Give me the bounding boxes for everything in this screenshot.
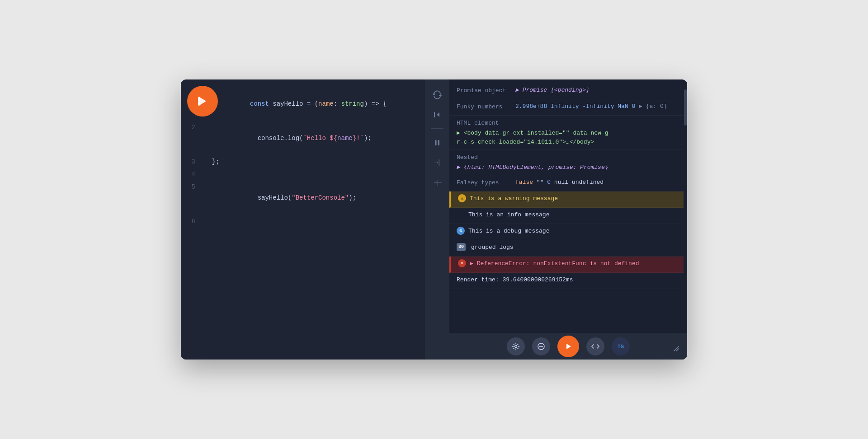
console-scrollbar-thumb [684, 89, 687, 126]
run-button[interactable] [557, 336, 579, 357]
console-label-funky: Funky numbers [457, 102, 515, 112]
console-label-nested: Nested [457, 153, 515, 162]
line-number-3: 3 [181, 156, 204, 167]
svg-marker-0 [199, 97, 206, 106]
collapse-left-icon[interactable] [429, 107, 445, 123]
console-row-html: HTML element ▶ <body data-gr-ext-install… [449, 116, 684, 150]
console-row-funky: Funky numbers 2.998e+88 Infinity -Infini… [449, 99, 684, 116]
code-text-3: }; [204, 156, 220, 167]
console-value-error: ▶ ReferenceError: nonExistentFunc is not… [470, 259, 676, 268]
cancel-button[interactable] [532, 337, 550, 355]
console-scrollbar[interactable] [684, 79, 687, 332]
console-value-warning: This is a warning message [470, 194, 676, 203]
console-row-render-time: Render time: 39.640000000269152ms [449, 273, 684, 289]
code-text-2: console.log(`Hello ${name}!`); [204, 122, 372, 154]
code-line-4: 4 [181, 168, 425, 181]
console-value-render-time: Render time: 39.640000000269152ms [457, 276, 676, 285]
main-layout: 1 const sayHello = (name: string) => { 2… [181, 79, 687, 360]
group-badge: 30 [457, 243, 466, 251]
pause-icon[interactable] [429, 135, 445, 151]
code-editor-panel: 1 const sayHello = (name: string) => { 2… [181, 79, 425, 360]
app-logo [187, 86, 218, 117]
console-label-falsey: Falsey types [457, 178, 515, 187]
bottom-toolbar: TS [449, 332, 687, 360]
logo-icon [194, 93, 211, 109]
toolbar-column: →| →|← [425, 79, 449, 360]
debug-icon: ⚙ [457, 227, 465, 235]
typescript-button[interactable]: TS [612, 337, 630, 355]
code-line-6: 6 [181, 215, 425, 228]
svg-marker-8 [566, 344, 571, 349]
console-label-promise: Promise object [457, 86, 515, 95]
app-container: 1 const sayHello = (name: string) => { 2… [181, 79, 687, 360]
svg-point-5 [515, 345, 517, 347]
console-content[interactable]: Promise object ▶ Promise {<pending>} Fun… [449, 79, 684, 332]
console-row-info: This is an info message [449, 208, 684, 224]
console-row-promise: Promise object ▶ Promise {<pending>} [449, 83, 684, 99]
step-over-icon[interactable]: →| [429, 154, 445, 171]
console-row-group: 30 grouped logs [449, 240, 684, 257]
line-number-6: 6 [181, 216, 204, 227]
code-line-3: 3 }; [181, 155, 425, 168]
warning-icon: ⚠ [458, 194, 466, 202]
code-line-2: 2 console.log(`Hello ${name}!`); [181, 121, 425, 155]
line-number-5: 5 [181, 182, 204, 192]
settings-button[interactable] [507, 337, 525, 355]
svg-rect-2 [434, 112, 435, 117]
code-text-1: const sayHello = (name: string) => { [204, 88, 387, 120]
console-value-nested: ▶ {html: HTMLBodyElement, promise: Promi… [457, 163, 609, 172]
svg-rect-4 [438, 140, 440, 145]
code-button[interactable] [586, 337, 604, 355]
console-value-debug: This is a debug message [468, 227, 676, 236]
console-row-nested: Nested ▶ {html: HTMLBodyElement, promise… [449, 150, 684, 175]
console-row-falsey: Falsey types false "" 0 null undefined [449, 175, 684, 191]
line-number-2: 2 [181, 122, 204, 133]
svg-rect-3 [435, 140, 437, 145]
console-value-falsey: false "" 0 null undefined [515, 178, 676, 187]
resize-handle[interactable] [671, 343, 682, 354]
console-row-debug: ⚙ This is a debug message [449, 224, 684, 240]
console-label-html: HTML element [457, 118, 515, 128]
console-row-warning: ⚠ This is a warning message [449, 191, 684, 208]
error-icon: ✕ [458, 259, 466, 267]
code-content: 1 const sayHello = (name: string) => { 2… [181, 79, 425, 360]
console-panel: Promise object ▶ Promise {<pending>} Fun… [449, 79, 687, 360]
svg-rect-1 [198, 97, 200, 106]
console-value-promise: ▶ Promise {<pending>} [515, 86, 676, 95]
toolbar-divider-1 [431, 128, 443, 129]
console-value-html: ▶ <body data-gr-ext-installed="" data-ne… [457, 129, 608, 147]
code-text-6 [204, 216, 208, 227]
step-in-icon[interactable]: →|← [429, 174, 445, 191]
console-value-group: grouped logs [471, 243, 676, 252]
console-value-info: This is an info message [468, 210, 676, 220]
console-row-error: ✕ ▶ ReferenceError: nonExistentFunc is n… [449, 257, 684, 273]
code-text-4 [204, 169, 208, 180]
line-number-4: 4 [181, 169, 204, 180]
console-value-funky: 2.998e+88 Infinity -Infinity NaN 0 ▶ {a:… [515, 102, 676, 111]
code-line-5: 5 sayHello("BetterConsole"); [181, 181, 425, 215]
console-panel-inner: Promise object ▶ Promise {<pending>} Fun… [449, 79, 687, 332]
code-text-5: sayHello("BetterConsole"); [204, 182, 356, 214]
refresh-icon[interactable] [429, 87, 445, 103]
